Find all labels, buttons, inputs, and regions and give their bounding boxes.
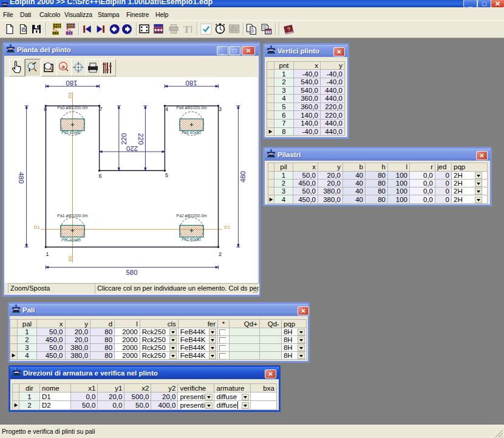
svg-text:D1: D1 [224, 224, 231, 230]
svg-text:Pil3 40x80: Pil3 40x80 [61, 130, 81, 135]
svg-text:D1: D1 [34, 224, 41, 230]
svg-text:D2: D2 [67, 93, 73, 99]
svg-text:220: 220 [137, 133, 145, 144]
svg-text:580: 580 [126, 269, 137, 276]
svg-text:180: 180 [66, 79, 77, 87]
svg-text:1: 1 [46, 251, 49, 257]
svg-text:7: 7 [99, 106, 102, 112]
svg-text:220: 220 [126, 145, 138, 152]
svg-text:3: 3 [219, 106, 222, 112]
svg-text:Pil2 40x80: Pil2 40x80 [182, 237, 201, 241]
svg-text:5: 5 [165, 172, 168, 178]
svg-text:Pa2 ø80/200.0m: Pa2 ø80/200.0m [176, 214, 207, 218]
svg-text:Pa3 ø80/200.0m: Pa3 ø80/200.0m [57, 106, 88, 110]
svg-text:180: 180 [185, 79, 197, 87]
svg-text:a: a [61, 62, 65, 70]
svg-text:2: 2 [219, 251, 222, 257]
svg-text:Pa1 ø80/200.0m: Pa1 ø80/200.0m [57, 214, 88, 218]
svg-text:Pil1 40x80: Pil1 40x80 [61, 238, 81, 242]
svg-text:Pa4 ø80/200.0m: Pa4 ø80/200.0m [176, 106, 207, 110]
svg-text:6: 6 [98, 173, 101, 179]
svg-text:Pil4 40x80: Pil4 40x80 [182, 130, 201, 135]
svg-text:480: 480 [239, 171, 247, 183]
svg-text:220: 220 [120, 133, 128, 144]
svg-text:8: 8 [44, 106, 47, 112]
svg-text:D2: D2 [67, 255, 73, 261]
svg-text:4: 4 [165, 106, 168, 112]
svg-text:480: 480 [18, 172, 25, 183]
svg-text:T: T [183, 24, 191, 35]
